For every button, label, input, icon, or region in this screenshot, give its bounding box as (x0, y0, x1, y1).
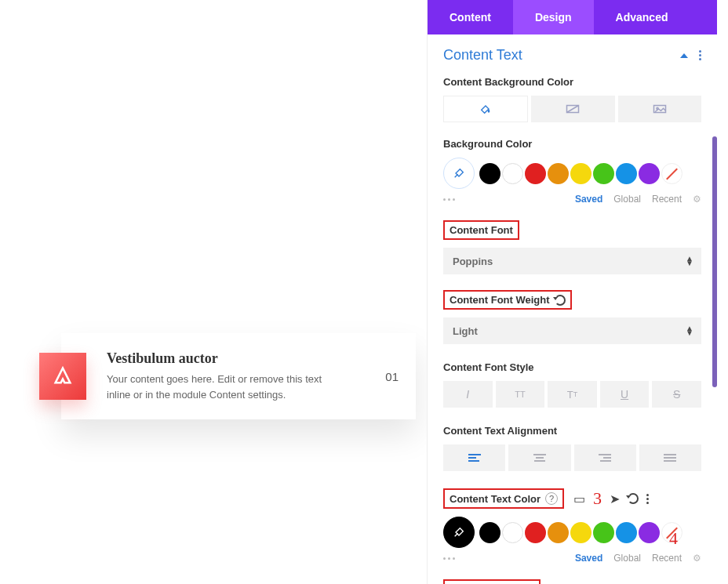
palette-settings-icon[interactable]: ⚙ (693, 194, 701, 205)
align-left-icon (468, 454, 481, 462)
font-select[interactable]: Poppins ▲▼ (443, 248, 701, 274)
tab-design[interactable]: Design (513, 0, 594, 34)
swatch-purple[interactable] (639, 522, 660, 543)
tab-advanced[interactable]: Advanced (594, 0, 690, 34)
palette-settings-icon[interactable]: ⚙ (693, 553, 701, 564)
align-right[interactable] (574, 444, 636, 471)
reset-icon[interactable] (628, 493, 639, 504)
bg-type-gradient[interactable] (531, 96, 614, 122)
align-center[interactable] (508, 444, 570, 471)
style-italic[interactable]: I (443, 381, 493, 408)
font-style-segments: I TT TT U S (443, 381, 701, 408)
design-panel: Content Design Advanced Content Text Con… (427, 0, 717, 584)
gradient-icon (566, 103, 580, 114)
hover-state-icon[interactable]: ➤ (610, 492, 620, 506)
section-title[interactable]: Content Text (443, 47, 522, 63)
label-content-font-weight: Content Font Weight (450, 294, 550, 306)
align-left[interactable] (443, 444, 505, 471)
align-right-icon (599, 454, 611, 462)
label-background-color: Background Color (443, 138, 532, 150)
panel-tabs: Content Design Advanced (428, 0, 717, 34)
font-weight-select[interactable]: Light ▲▼ (443, 317, 701, 344)
align-justify-icon (664, 454, 676, 462)
swatch-red[interactable] (525, 163, 546, 184)
alignment-segments (443, 444, 701, 471)
help-icon[interactable]: ? (545, 492, 558, 505)
align-justify[interactable] (639, 444, 701, 471)
collapse-icon[interactable] (680, 53, 688, 58)
style-smallcaps[interactable]: TT (548, 381, 597, 408)
swatch-red[interactable] (525, 522, 546, 543)
font-select-value: Poppins (453, 256, 493, 267)
palette-tab-saved[interactable]: Saved (575, 553, 602, 564)
preview-card: Vestibulum auctor Your content goes here… (61, 333, 416, 419)
eyedropper-button[interactable] (443, 517, 475, 548)
preview-title: Vestibulum auctor (107, 350, 342, 367)
label-content-font-style: Content Font Style (443, 361, 534, 373)
swatch-green[interactable] (593, 522, 614, 543)
label-content-text-color: Content Text Color (450, 493, 541, 505)
select-caret-icon: ▲▼ (686, 256, 693, 266)
eyedropper-button[interactable] (443, 158, 475, 189)
style-underline[interactable]: U (600, 381, 650, 408)
annotation-box-4: Content Text Size (443, 579, 541, 584)
annotation-3: 3 (593, 488, 602, 509)
swatch-blue[interactable] (616, 163, 637, 184)
eyedropper-icon (453, 526, 465, 539)
tab-content[interactable]: Content (428, 0, 513, 34)
swatch-orange[interactable] (548, 522, 569, 543)
label-content-font: Content Font (450, 224, 513, 236)
preview-badge (39, 353, 86, 400)
swatch-white[interactable] (502, 522, 523, 543)
preview-area: Vestibulum auctor Your content goes here… (39, 333, 416, 419)
palette-tab-recent[interactable]: Recent (652, 553, 682, 564)
palette-tab-saved[interactable]: Saved (575, 194, 602, 205)
style-strike[interactable]: S (652, 381, 701, 408)
style-uppercase[interactable]: TT (496, 381, 545, 408)
swatch-black[interactable] (479, 522, 500, 543)
panel-body: Content Text Content Background Color Ba… (428, 34, 717, 584)
palette-more-icon[interactable] (443, 198, 455, 201)
select-caret-icon: ▲▼ (686, 326, 693, 336)
bg-type-segments (443, 96, 701, 122)
palette-tab-global[interactable]: Global (613, 553, 641, 564)
section-head: Content Text (443, 47, 701, 63)
bg-type-solid[interactable] (443, 96, 528, 122)
paint-bucket-icon (479, 103, 492, 115)
font-weight-value: Light (453, 325, 478, 337)
preview-body: Your content goes here. Edit or remove t… (107, 372, 342, 402)
bg-type-image[interactable] (618, 96, 701, 122)
swatch-green[interactable] (593, 163, 614, 184)
swatch-blue[interactable] (616, 522, 637, 543)
swatch-none[interactable] (661, 163, 682, 184)
swatch-yellow[interactable] (570, 522, 592, 543)
annotation-box-3: Content Text Color ? (443, 488, 564, 509)
palette-tab-recent[interactable]: Recent (652, 194, 682, 205)
label-content-text-alignment: Content Text Alignment (443, 425, 557, 437)
align-center-icon (533, 454, 546, 462)
swatch-orange[interactable] (548, 163, 569, 184)
annotation-box-2: Content Font Weight (443, 290, 572, 310)
field-menu-icon[interactable] (646, 494, 649, 504)
bg-color-swatches (443, 158, 701, 189)
reset-icon[interactable] (555, 295, 566, 306)
swatch-yellow[interactable] (570, 163, 592, 184)
palette-more-icon[interactable] (443, 557, 455, 560)
brand-logo-icon (52, 365, 74, 387)
scrollbar[interactable] (712, 136, 717, 387)
eyedropper-icon (453, 167, 465, 180)
preview-number: 01 (385, 370, 399, 383)
annotation-box-1: Content Font (443, 220, 519, 240)
text-color-swatches (443, 517, 701, 548)
responsive-icon[interactable]: ▭ (573, 492, 585, 506)
label-content-bg-color: Content Background Color (443, 76, 573, 88)
section-menu-icon[interactable] (699, 50, 701, 60)
swatch-white[interactable] (502, 163, 523, 184)
swatch-black[interactable] (479, 163, 500, 184)
image-icon (653, 103, 667, 114)
annotation-4: 4 (669, 528, 678, 549)
palette-tab-global[interactable]: Global (613, 194, 641, 205)
swatch-purple[interactable] (639, 163, 660, 184)
